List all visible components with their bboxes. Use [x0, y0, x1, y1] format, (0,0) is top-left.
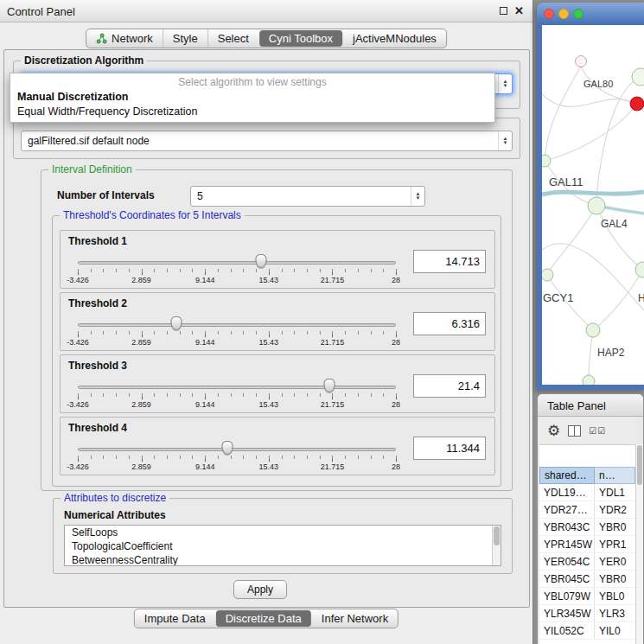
scale-label: 9.144 — [195, 338, 215, 347]
table-data-combobox[interactable]: galFiltered.sif default node ▲ ▼ — [21, 131, 513, 151]
cell-name[interactable]: YIL0 — [595, 622, 635, 639]
tab-cyni-toolbox[interactable]: Cyni Toolbox — [259, 30, 342, 47]
tab-infer-network[interactable]: Infer Network — [312, 609, 398, 628]
table-scrollbar[interactable] — [635, 444, 643, 644]
slider-thumb[interactable] — [171, 316, 182, 330]
cell-shared-name[interactable]: YBR045C — [539, 571, 595, 587]
tab-impute-data-label: Impute Data — [144, 612, 206, 625]
tab-style[interactable]: Style — [163, 29, 207, 48]
threshold-4-value-field[interactable]: 11.344 — [413, 437, 486, 460]
column-header-shared-name[interactable]: shared… — [539, 467, 595, 484]
cell-shared-name[interactable]: YER054C — [539, 553, 595, 570]
threshold-1-value-field[interactable]: 14.713 — [413, 250, 486, 273]
list-item[interactable]: BetweennessCentrality — [65, 553, 501, 566]
cell-shared-name[interactable]: YBR043C — [539, 519, 595, 535]
number-of-intervals-combobox[interactable]: 5 ▲ ▼ — [190, 186, 425, 207]
tab-impute-data[interactable]: Impute Data — [135, 609, 215, 628]
threshold-4-slider[interactable]: -3.426 2.859 9.144 15.43 21.715 28 — [73, 437, 401, 475]
numerical-attributes-list: SelfLoops TopologicalCoefficient Between… — [64, 525, 501, 566]
list-item[interactable]: SelfLoops — [65, 526, 501, 539]
threshold-2-slider[interactable]: -3.426 2.859 9.144 15.43 21.715 28 — [73, 312, 401, 350]
dropdown-option-equal-width[interactable]: Equal Width/Frequency Discretization — [10, 105, 494, 119]
control-panel-titlebar[interactable]: Control Panel ✕ — [0, 0, 532, 22]
table-row[interactable]: YBR045C YBR0 — [539, 571, 635, 588]
scale-label: 15.43 — [259, 400, 279, 409]
scale-label: 2.859 — [131, 338, 151, 347]
list-scrollbar[interactable] — [492, 526, 501, 565]
tab-network[interactable]: Network — [86, 29, 163, 48]
apply-button[interactable]: Apply — [233, 580, 287, 599]
network-node-selected[interactable] — [630, 97, 644, 111]
cell-shared-name[interactable]: YLR345W — [539, 605, 595, 622]
table-row[interactable]: YPR145W YPR1 — [539, 536, 635, 553]
float-window-icon[interactable] — [500, 7, 507, 15]
cell-shared-name[interactable]: YDR27… — [539, 501, 595, 518]
threshold-1-slider[interactable]: -3.426 2.859 9.144 15.43 21.715 28 — [73, 250, 401, 288]
column-header-name[interactable]: n… — [595, 467, 635, 484]
tab-jactivemnodules[interactable]: jActiveMNodules — [343, 29, 446, 48]
cell-name[interactable]: YPR1 — [595, 536, 635, 552]
threshold-3-slider[interactable]: -3.426 2.859 9.144 15.43 21.715 28 — [73, 374, 401, 412]
network-node[interactable] — [588, 197, 605, 214]
columns-icon[interactable] — [568, 425, 581, 437]
slider-ticks — [78, 331, 397, 337]
select-columns-icon[interactable]: ☑☑ — [589, 426, 606, 436]
cell-shared-name[interactable]: YPR145W — [539, 536, 595, 552]
tab-discretize-data[interactable]: Discretize Data — [216, 610, 311, 627]
cell-name[interactable]: YDL1 — [595, 484, 635, 501]
network-node[interactable] — [576, 56, 587, 67]
dropdown-option-manual[interactable]: Manual Discretization — [10, 90, 494, 105]
zoom-traffic-light-icon[interactable] — [573, 9, 583, 19]
threshold-2-value-field[interactable]: 6.316 — [413, 312, 486, 335]
network-node[interactable] — [586, 323, 600, 337]
cell-name[interactable]: YBR0 — [595, 571, 635, 587]
table-panel-toolbar: ⚙ ☑☑ — [538, 417, 636, 444]
list-item[interactable]: TopologicalCoefficient — [65, 539, 501, 553]
network-canvas[interactable]: GAL80 GAL11 GAL4 GCY1 HAP2 H — [542, 25, 644, 385]
cell-name[interactable]: YBL0 — [595, 588, 635, 604]
slider-thumb[interactable] — [221, 441, 233, 455]
screen: Control Panel ✕ Network Style — [0, 0, 644, 644]
combo-stepper-icon[interactable]: ▲ ▼ — [498, 74, 512, 93]
slider-thumb[interactable] — [256, 254, 267, 268]
table-panel-titlebar[interactable]: Table Panel — [538, 394, 643, 417]
table-row[interactable]: YBR043C YBR0 — [539, 519, 635, 536]
network-node[interactable] — [583, 375, 595, 385]
network-edge-thick — [542, 192, 644, 194]
cell-name[interactable]: YDR2 — [595, 501, 635, 518]
combo-stepper-icon[interactable]: ▲ ▼ — [498, 131, 512, 150]
list-scrollbar-thumb[interactable] — [494, 526, 500, 545]
gear-icon[interactable]: ⚙ — [547, 424, 560, 438]
network-node[interactable] — [542, 155, 551, 167]
table-row[interactable]: YBL079W YBL0 — [539, 588, 635, 605]
cell-name[interactable]: YER0 — [595, 553, 635, 570]
close-traffic-light-icon[interactable] — [544, 9, 554, 19]
scale-label: 21.715 — [321, 338, 345, 347]
cell-shared-name[interactable]: YIL052C — [539, 622, 595, 639]
cell-name[interactable]: YBR0 — [595, 519, 635, 535]
network-node[interactable] — [632, 68, 644, 86]
scale-label: 9.144 — [195, 462, 215, 471]
table-row[interactable]: YDR27… YDR2 — [539, 501, 635, 519]
scale-label: -3.426 — [67, 462, 89, 471]
table-row[interactable]: YER054C YER0 — [539, 553, 635, 571]
slider-thumb[interactable] — [323, 379, 335, 392]
table-scrollbar-thumb[interactable] — [637, 445, 642, 485]
minimize-traffic-light-icon[interactable] — [558, 9, 569, 19]
table-row[interactable]: YIL052C YIL0 — [539, 622, 635, 640]
close-icon[interactable]: ✕ — [514, 5, 524, 16]
slider-track-area: -3.426 2.859 9.144 15.43 21.715 28 — [78, 437, 396, 475]
scale-label: 21.715 — [321, 462, 345, 471]
cell-shared-name[interactable]: YDL19… — [539, 484, 595, 501]
network-node[interactable] — [542, 269, 553, 281]
table-rows: YDL19… YDL1 YDR27… YDR2 YBR043C YBR0 YPR… — [539, 484, 635, 644]
combo-stepper-icon[interactable]: ▲ ▼ — [411, 187, 424, 206]
cell-name[interactable]: YLR3 — [595, 605, 635, 622]
tab-select[interactable]: Select — [207, 29, 258, 48]
table-row[interactable]: YLR345W YLR3 — [539, 605, 635, 622]
cell-shared-name[interactable]: YBL079W — [539, 588, 595, 604]
algorithm-group-title: Discretization Algorithm — [21, 54, 147, 67]
threshold-3-value-field[interactable]: 21.4 — [413, 374, 486, 398]
table-row[interactable]: YDL19… YDL1 — [539, 484, 635, 501]
slider-ticks — [78, 269, 397, 275]
